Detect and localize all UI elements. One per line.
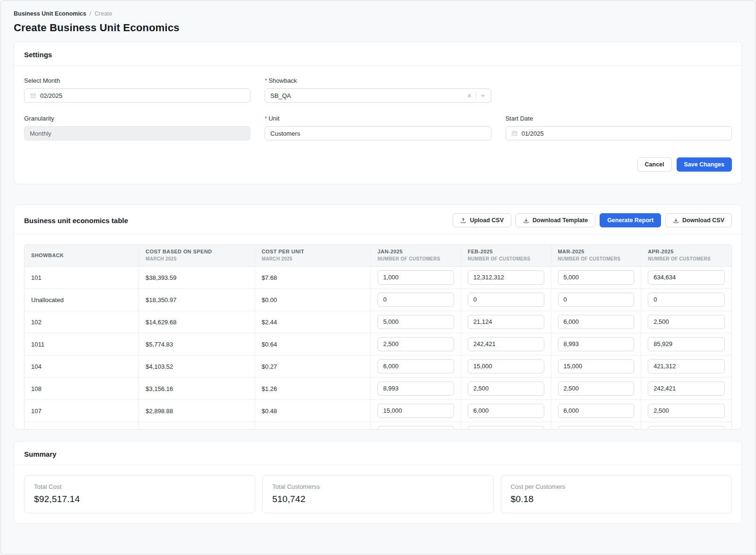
- month-value-cell: 5,000: [551, 267, 642, 289]
- month-value-input[interactable]: 2,500: [468, 382, 544, 396]
- cost-based-on-spend-cell: $3,156.16: [139, 378, 255, 400]
- download-csv-button[interactable]: Download CSV: [665, 213, 732, 227]
- showback-cell: Unallocated: [25, 289, 139, 311]
- select-month-input[interactable]: 02/2025: [24, 88, 250, 103]
- page: Business Unit Economics / Create Create …: [0, 0, 756, 555]
- summary-value: $92,517.14: [34, 494, 245, 504]
- month-value-cell: 2,500: [641, 311, 731, 333]
- clear-icon[interactable]: [467, 93, 472, 98]
- cost-based-on-spend-cell: $2,898.88: [139, 400, 255, 422]
- month-value-input[interactable]: 421,312: [648, 359, 725, 373]
- select-month-label: Select Month: [24, 77, 250, 84]
- showback-cell: 102: [25, 311, 139, 333]
- month-value-cell: 15,000: [551, 356, 642, 378]
- month-value-input[interactable]: 242,421: [468, 337, 544, 351]
- month-value-input[interactable]: 6,000: [558, 315, 635, 329]
- month-value-input[interactable]: 8,993: [468, 426, 544, 430]
- month-value-input[interactable]: 2,500: [648, 315, 725, 329]
- column-header-apr-2025: APR-2025 NUMBER OF CUSTOMERS: [641, 245, 731, 267]
- settings-title: Settings: [24, 51, 52, 59]
- month-value-input[interactable]: 21,124: [468, 315, 544, 329]
- month-value-input[interactable]: 2,500: [378, 426, 454, 430]
- settings-card-header: Settings: [14, 42, 742, 66]
- month-value-input[interactable]: 5,000: [558, 270, 635, 285]
- month-value-input[interactable]: 8,993: [558, 426, 635, 430]
- month-value-cell: 634,634: [641, 267, 731, 289]
- granularity-field: Granularity Monthly: [24, 115, 250, 140]
- month-value-cell: 8,993: [551, 333, 642, 356]
- month-value-input[interactable]: 1,000: [378, 270, 454, 285]
- generate-report-button[interactable]: Generate Report: [600, 213, 661, 227]
- month-value-input[interactable]: 6,000: [468, 404, 544, 418]
- form-spacer: [506, 77, 732, 103]
- required-marker: *: [265, 115, 267, 122]
- month-value-input[interactable]: 6,000: [558, 404, 635, 418]
- cost-per-unit-cell: $0.00: [255, 289, 371, 311]
- month-value-input[interactable]: 8,993: [558, 337, 635, 351]
- showback-select[interactable]: SB_QA: [265, 88, 491, 103]
- month-value-input[interactable]: 6,000: [378, 359, 454, 373]
- month-value-input[interactable]: 12,312,312: [468, 270, 544, 285]
- month-value-cell: 0: [641, 289, 731, 311]
- table-row: 103$1,985.84$0.222,5008,9938,99385,929: [25, 422, 731, 430]
- showback-value: SB_QA: [270, 92, 463, 99]
- summary-label: Total Customerss: [272, 483, 483, 490]
- month-value-cell: 2,500: [371, 333, 461, 356]
- month-value-input[interactable]: 0: [648, 293, 725, 307]
- cost-based-on-spend-cell: $14,629.68: [139, 311, 255, 333]
- month-value-input[interactable]: 0: [558, 293, 635, 307]
- upload-csv-button[interactable]: Upload CSV: [453, 213, 511, 227]
- month-value-input[interactable]: 15,000: [468, 359, 544, 373]
- month-value-input[interactable]: 0: [468, 293, 544, 307]
- month-value-input[interactable]: 0: [378, 293, 454, 307]
- month-value-input[interactable]: 15,000: [378, 404, 454, 418]
- month-value-input[interactable]: 2,500: [378, 337, 454, 351]
- granularity-input: Monthly: [24, 126, 250, 140]
- summary-tile-cost-per-customer: Cost per Customers $0.18: [501, 475, 732, 513]
- month-value-cell: 8,993: [461, 422, 551, 430]
- showback-cell: 107: [25, 400, 139, 422]
- page-title: Create Business Unit Economics: [14, 22, 742, 34]
- month-value-cell: 2,500: [371, 422, 461, 430]
- summary-body: Total Cost $92,517.14 Total Customerss 5…: [14, 465, 742, 523]
- month-value-input[interactable]: 85,929: [648, 426, 725, 430]
- month-value-cell: 5,000: [371, 311, 461, 333]
- cost-based-on-spend-cell: $4,103.52: [139, 356, 255, 378]
- month-value-cell: 85,929: [641, 422, 731, 430]
- column-header-showback: SHOWBACK: [25, 245, 139, 267]
- month-value-input[interactable]: 2,500: [648, 404, 725, 418]
- select-month-field: Select Month 02/2025: [24, 77, 250, 103]
- month-value-input[interactable]: 8,993: [378, 382, 454, 396]
- breadcrumb-item-parent[interactable]: Business Unit Economics: [14, 10, 86, 17]
- unit-input[interactable]: Customers: [265, 126, 491, 140]
- save-changes-button[interactable]: Save Changes: [677, 157, 732, 172]
- settings-form: Select Month 02/2025 *Showback SB_QA: [24, 77, 732, 140]
- start-date-field: Start Date 01/2025: [506, 115, 732, 140]
- calendar-icon: [30, 92, 36, 99]
- showback-field: *Showback SB_QA: [265, 77, 491, 103]
- month-value-input[interactable]: 85,929: [648, 337, 725, 351]
- economics-table-head: SHOWBACK COST BASED ON SPEND MARCH 2025 …: [25, 245, 731, 267]
- start-date-input[interactable]: 01/2025: [506, 126, 732, 140]
- month-value-input[interactable]: 15,000: [558, 359, 635, 373]
- month-value-cell: 6,000: [551, 311, 642, 333]
- cancel-button[interactable]: Cancel: [637, 157, 672, 172]
- table-card-header: Business unit economics table Upload CSV…: [14, 205, 742, 234]
- month-value-input[interactable]: 5,000: [378, 315, 454, 329]
- month-value-cell: 21,124: [461, 311, 551, 333]
- month-value-input[interactable]: 2,500: [558, 382, 635, 396]
- settings-body: Select Month 02/2025 *Showback SB_QA: [14, 66, 742, 184]
- month-value-cell: 242,421: [641, 378, 731, 400]
- cost-per-unit-cell: $0.48: [255, 400, 371, 422]
- column-header-feb-2025: FEB-2025 NUMBER OF CUSTOMERS: [461, 245, 551, 267]
- month-value-input[interactable]: 634,634: [648, 270, 725, 285]
- month-value-cell: 0: [551, 289, 642, 311]
- month-value-input[interactable]: 242,421: [648, 382, 725, 396]
- download-template-button[interactable]: Download Template: [515, 213, 595, 227]
- download-icon: [673, 217, 679, 224]
- unit-field: *Unit Customers: [265, 115, 491, 140]
- chevron-down-icon[interactable]: [480, 93, 486, 98]
- summary-title: Summary: [24, 450, 56, 458]
- month-value-cell: 242,421: [461, 333, 551, 356]
- summary-label: Cost per Customers: [511, 483, 722, 490]
